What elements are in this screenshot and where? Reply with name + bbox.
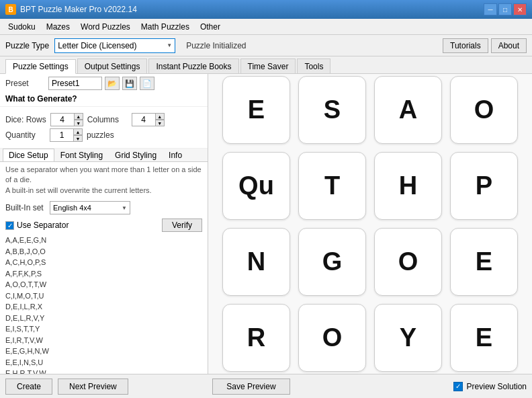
title-bar-left: B BPT Puzzle Maker Pro v2022.14	[5, 4, 137, 15]
dice-setup-description: Use a separator when you want more than …	[0, 162, 208, 198]
sub-tab-font-styling[interactable]: Font Styling	[54, 149, 109, 161]
list-item: A,A,E,E,G,N	[5, 235, 202, 246]
left-panel: Preset 📂 💾 📄 What to Generate? Dice: Row…	[0, 74, 208, 374]
preset-input[interactable]	[48, 77, 102, 90]
built-in-combo-arrow-icon: ▼	[122, 205, 127, 211]
preview-solution-checkbox[interactable]: ✓	[453, 382, 463, 391]
use-separator-row: ✓ Use Separator Verify	[0, 217, 208, 233]
sub-tabs: Dice Setup Font Styling Grid Styling Inf…	[0, 149, 208, 162]
columns-up[interactable]: ▲	[155, 113, 165, 120]
menu-sudoku[interactable]: Sudoku	[3, 19, 41, 34]
toolbar: Puzzle Type Letter Dice (Licensed) ▼ Puz…	[0, 35, 532, 56]
sub-tab-dice-setup[interactable]: Dice Setup	[3, 149, 54, 161]
dice-cell: O	[298, 304, 366, 372]
what-to-generate-label: What to Generate?	[0, 93, 208, 107]
sub-tab-info[interactable]: Info	[163, 149, 188, 161]
quantity-row: Quantity ▲ ▼ puzzles	[5, 128, 202, 142]
create-button[interactable]: Create	[5, 379, 52, 395]
use-separator-checkbox[interactable]: ✓	[5, 221, 14, 230]
dice-cell: N	[222, 228, 290, 296]
tab-output-settings[interactable]: Output Settings	[77, 58, 148, 73]
menu-math-puzzles[interactable]: Math Puzzles	[136, 19, 195, 34]
dice-cell: E	[222, 76, 290, 144]
dice-rows-input-group: ▲ ▼	[50, 113, 83, 126]
tab-instant-puzzle-books[interactable]: Instant Puzzle Books	[148, 58, 238, 73]
dice-cell: T	[298, 152, 366, 220]
dice-cell: E	[450, 304, 518, 372]
menu-bar: Sudoku Mazes Word Puzzles Math Puzzles O…	[0, 19, 532, 35]
built-in-label: Built-In set	[5, 203, 46, 212]
list-item: E,E,G,H,N,W	[5, 346, 202, 357]
dice-cell: O	[374, 228, 442, 296]
list-item: D,E,L,R,V,Y	[5, 313, 202, 324]
menu-other[interactable]: Other	[195, 19, 226, 34]
right-panel: ESAOQuTHPNGOEROYE	[208, 74, 532, 374]
list-item: A,B,B,J,O,O	[5, 246, 202, 257]
dice-rows-input[interactable]	[50, 113, 74, 126]
tab-puzzle-settings[interactable]: Puzzle Settings	[5, 59, 76, 74]
dice-rows-spinner[interactable]: ▲ ▼	[74, 113, 83, 126]
rows-cols-section: Dice: Rows ▲ ▼ Columns ▲ ▼	[0, 107, 208, 149]
dice-list: A,A,E,E,G,NA,B,B,J,O,OA,C,H,O,P,SA,F,F,K…	[0, 233, 208, 374]
columns-down[interactable]: ▼	[155, 120, 165, 126]
list-item: A,F,F,K,P,S	[5, 268, 202, 280]
dice-rows-row: Dice: Rows ▲ ▼ Columns ▲ ▼	[5, 113, 202, 126]
list-item: E,I,R,T,V,W	[5, 335, 202, 346]
list-item: E,I,S,T,T,Y	[5, 323, 202, 335]
tab-time-saver[interactable]: Time Saver	[240, 58, 296, 73]
built-in-row: Built-In set English 4x4 ▼	[0, 198, 208, 217]
next-preview-button[interactable]: Next Preview	[58, 379, 128, 395]
list-item: D,E,I,L,R,X	[5, 301, 202, 313]
list-item: E,H,R,T,V,W	[5, 368, 202, 374]
dice-cell: P	[450, 152, 518, 220]
app-icon: B	[5, 4, 16, 15]
dice-cell: Y	[374, 304, 442, 372]
save-preview-button[interactable]: Save Preview	[212, 379, 290, 395]
quantity-up[interactable]: ▲	[73, 128, 83, 135]
toolbar-right: Tutorials About	[443, 38, 527, 53]
dice-cell: H	[374, 152, 442, 220]
preset-row: Preset 📂 💾 📄	[0, 74, 208, 93]
list-item: E,E,I,N,S,U	[5, 357, 202, 368]
menu-word-puzzles[interactable]: Word Puzzles	[75, 19, 136, 34]
about-button[interactable]: About	[491, 38, 527, 53]
columns-spinner[interactable]: ▲ ▼	[155, 113, 165, 126]
sub-tab-grid-styling[interactable]: Grid Styling	[109, 149, 163, 161]
puzzle-type-combo[interactable]: Letter Dice (Licensed) ▼	[54, 38, 175, 53]
tutorials-button[interactable]: Tutorials	[443, 38, 488, 53]
preset-label: Preset	[5, 79, 46, 88]
puzzle-initialized-label: Puzzle Initialized	[186, 41, 246, 50]
dice-rows-up[interactable]: ▲	[74, 113, 83, 120]
dice-cell: O	[450, 76, 518, 144]
save-as-preset-button[interactable]: 📄	[140, 77, 154, 90]
built-in-combo[interactable]: English 4x4 ▼	[50, 201, 130, 214]
save-preset-button[interactable]: 💾	[122, 77, 137, 90]
quantity-down[interactable]: ▼	[73, 135, 83, 142]
main-content: Preset 📂 💾 📄 What to Generate? Dice: Row…	[0, 74, 532, 374]
menu-mazes[interactable]: Mazes	[41, 19, 75, 34]
puzzle-type-label: Puzzle Type	[5, 41, 49, 50]
dice-cell: S	[298, 76, 366, 144]
dice-cell: E	[450, 228, 518, 296]
dice-rows-label: Dice: Rows	[5, 115, 46, 124]
title-bar-controls: ─ □ ✕	[484, 3, 527, 15]
title-bar: B BPT Puzzle Maker Pro v2022.14 ─ □ ✕	[0, 0, 532, 19]
quantity-spinner[interactable]: ▲ ▼	[73, 128, 83, 142]
quantity-input[interactable]	[50, 128, 73, 142]
dice-cell: G	[298, 228, 366, 296]
verify-button[interactable]: Verify	[162, 218, 202, 232]
tab-tools[interactable]: Tools	[297, 58, 330, 73]
dice-rows-down[interactable]: ▼	[74, 120, 83, 126]
columns-label: Columns	[87, 115, 128, 124]
columns-input[interactable]	[132, 113, 155, 126]
list-item: A,O,O,T,T,W	[5, 279, 202, 290]
maximize-button[interactable]: □	[498, 3, 512, 15]
combo-arrow-icon: ▼	[167, 42, 172, 48]
quantity-label: Quantity	[5, 130, 46, 140]
close-button[interactable]: ✕	[513, 3, 527, 15]
minimize-button[interactable]: ─	[484, 3, 497, 15]
use-separator-label: Use Separator	[17, 221, 69, 230]
preview-solution-row: ✓ Preview Solution	[453, 382, 527, 391]
dice-cell: Qu	[222, 152, 290, 220]
open-preset-button[interactable]: 📂	[105, 77, 120, 90]
